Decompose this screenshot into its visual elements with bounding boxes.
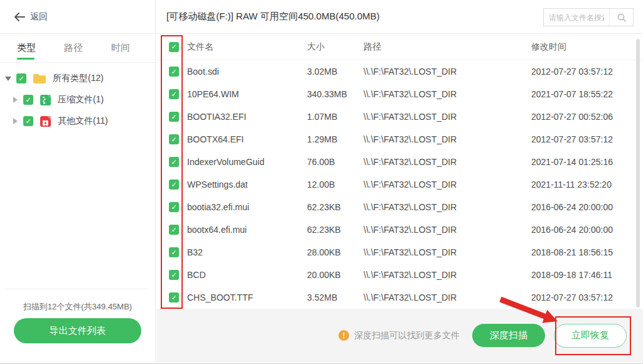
column-header-path[interactable]: 路径	[364, 41, 381, 53]
deep-scan-button[interactable]: 深度扫描	[472, 324, 545, 347]
search-box	[543, 8, 634, 26]
tab-path[interactable]: 路径	[64, 34, 83, 62]
row-checkbox[interactable]: ✓	[169, 112, 179, 122]
row-modified: 2016-06-24 20:00:00	[531, 225, 613, 235]
row-size: 62.23KB	[307, 225, 341, 235]
row-checkbox[interactable]: ✓	[169, 225, 179, 235]
row-modified: 2021-07-07 18:55:22	[531, 89, 613, 99]
table-row[interactable]: ✓ B32 28.00KB \\.\F:\FAT32\.LOST_DIR 201…	[156, 241, 643, 264]
table-row[interactable]: ✓ bootia32.efi.mui 62.23KB \\.\F:\FAT32\…	[156, 196, 643, 218]
search-button[interactable]	[609, 9, 633, 26]
row-path: \\.\F:\FAT32\.LOST_DIR	[364, 179, 457, 190]
row-path: \\.\F:\FAT32\.LOST_DIR	[364, 112, 457, 122]
back-label: 返回	[30, 11, 48, 23]
tab-time[interactable]: 时间	[111, 34, 130, 62]
table-row[interactable]: ✓ BOOTIA32.EFI 1.07MB \\.\F:\FAT32\.LOST…	[156, 105, 643, 128]
tree-checkbox[interactable]: ✓	[16, 73, 26, 83]
row-checkbox[interactable]: ✓	[169, 270, 179, 280]
row-checkbox[interactable]: ✓	[169, 179, 179, 190]
row-modified: 2012-07-27 03:57:12	[531, 67, 613, 77]
row-size: 20.00KB	[307, 270, 341, 280]
column-header-modified[interactable]: 修改时间	[531, 41, 566, 53]
row-checkbox[interactable]: ✓	[169, 157, 179, 167]
column-header-size[interactable]: 大小	[307, 41, 325, 53]
row-size: 76.00B	[307, 157, 335, 167]
row-filename: bootia32.efi.mui	[187, 202, 249, 212]
table-row[interactable]: ✓ 10PE64.WIM 340.33MB \\.\F:\FAT32\.LOST…	[156, 83, 643, 105]
row-checkbox[interactable]: ✓	[169, 134, 179, 144]
row-path: \\.\F:\FAT32\.LOST_DIR	[364, 292, 457, 302]
row-size: 28.00KB	[307, 247, 341, 257]
table-row[interactable]: ✓ WPSettings.dat 12.00B \\.\F:\FAT32\.LO…	[156, 173, 643, 196]
recover-now-button[interactable]: 立即恢复	[554, 324, 627, 348]
row-path: \\.\F:\FAT32\.LOST_DIR	[364, 225, 457, 235]
tree-checkbox[interactable]: ✓	[23, 95, 33, 105]
vertical-scrollbar[interactable]	[636, 39, 640, 308]
row-path: \\.\F:\FAT32\.LOST_DIR	[364, 157, 457, 167]
search-input[interactable]	[544, 9, 609, 26]
caret-down-icon[interactable]	[5, 77, 11, 81]
row-modified: 2018-09-18 17:46:11	[531, 270, 612, 280]
row-filename: BCD	[187, 270, 206, 280]
back-button[interactable]: 返回	[0, 0, 155, 34]
table-row[interactable]: ✓ IndexerVolumeGuid 76.00B \\.\F:\FAT32\…	[156, 151, 643, 173]
magnifier-icon	[617, 13, 627, 23]
other-file-icon	[40, 115, 51, 127]
row-filename: WPSettings.dat	[187, 179, 248, 190]
row-filename: Boot.sdi	[187, 67, 219, 77]
column-header-filename[interactable]: 文件名	[187, 41, 213, 53]
scan-summary: 扫描到12个文件(共349.45MB)	[0, 301, 155, 313]
row-size: 3.52MB	[307, 292, 337, 302]
row-path: \\.\F:\FAT32\.LOST_DIR	[364, 89, 457, 99]
app-window: 返回 类型 路径 时间 ✓ 所有类型(12) ✓ 压缩文件(1	[0, 0, 643, 364]
row-modified: 2021-11-11 23:52:20	[531, 179, 612, 190]
sidebar: 返回 类型 路径 时间 ✓ 所有类型(12) ✓ 压缩文件(1	[0, 0, 156, 363]
table-row[interactable]: ✓ BCD 20.00KB \\.\F:\FAT32\.LOST_DIR 201…	[156, 264, 643, 286]
drive-title: [可移动磁盘(F:)] RAW 可用空间450.0MB(450.0MB)	[166, 11, 380, 23]
row-modified: 2012-07-27 03:57:12	[531, 292, 613, 302]
row-path: \\.\F:\FAT32\.LOST_DIR	[364, 202, 457, 212]
row-checkbox[interactable]: ✓	[169, 247, 179, 257]
left-arrow-icon	[14, 13, 25, 21]
row-checkbox[interactable]: ✓	[169, 67, 179, 77]
bottom-action-bar: ! 深度扫描可以找到更多文件 深度扫描 立即恢复	[156, 309, 643, 362]
caret-right-icon[interactable]	[13, 118, 18, 124]
table-row[interactable]: ✓ BOOTX64.EFI 1.29MB \\.\F:\FAT32\.LOST_…	[156, 128, 643, 151]
row-path: \\.\F:\FAT32\.LOST_DIR	[364, 247, 457, 257]
table-row[interactable]: ✓ bootx64.efi.mui 62.23KB \\.\F:\FAT32\.…	[156, 218, 643, 241]
row-modified: 2016-06-24 20:00:00	[531, 202, 613, 212]
row-checkbox[interactable]: ✓	[169, 202, 179, 212]
row-modified: 2012-07-27 00:52:06	[531, 112, 613, 122]
row-path: \\.\F:\FAT32\.LOST_DIR	[364, 67, 457, 77]
row-checkbox[interactable]: ✓	[169, 89, 179, 99]
row-filename: bootx64.efi.mui	[187, 225, 247, 235]
archive-file-icon	[40, 94, 51, 106]
row-checkbox[interactable]: ✓	[169, 292, 179, 302]
row-filename: 10PE64.WIM	[187, 89, 239, 99]
tree-item-label: 压缩文件(1)	[58, 94, 104, 105]
sidebar-tab-bar: 类型 路径 时间	[0, 34, 155, 63]
row-size: 1.29MB	[307, 134, 337, 144]
sidebar-footer: 扫描到12个文件(共349.45MB) 导出文件列表	[0, 289, 155, 363]
tree-checkbox[interactable]: ✓	[23, 116, 33, 126]
export-file-list-button[interactable]: 导出文件列表	[14, 318, 141, 343]
tree-item-archive-files[interactable]: ✓ 压缩文件(1)	[0, 89, 155, 110]
select-all-checkbox[interactable]: ✓	[169, 42, 179, 52]
caret-right-icon[interactable]	[13, 97, 18, 103]
row-path: \\.\F:\FAT32\.LOST_DIR	[364, 270, 457, 280]
tree-item-other-files[interactable]: ✓ 其他文件(11)	[0, 110, 155, 132]
row-filename: BOOTIA32.EFI	[187, 112, 246, 122]
tree-item-all-types[interactable]: ✓ 所有类型(12)	[0, 68, 155, 89]
table-row[interactable]: ✓ CHS_BOOT.TTF 3.52MB \\.\F:\FAT32\.LOST…	[156, 286, 643, 309]
deep-scan-hint: 深度扫描可以找到更多文件	[354, 330, 460, 341]
row-size: 3.02MB	[307, 67, 337, 77]
table-header: ✓ 文件名 大小 路径 修改时间	[156, 34, 643, 60]
row-size: 62.23KB	[307, 202, 341, 212]
tab-type[interactable]: 类型	[17, 34, 36, 62]
row-modified: 2012-07-27 03:57:12	[531, 134, 613, 144]
table-row[interactable]: ✓ Boot.sdi 3.02MB \\.\F:\FAT32\.LOST_DIR…	[156, 60, 643, 83]
row-filename: IndexerVolumeGuid	[187, 157, 264, 167]
folder-icon	[33, 73, 46, 84]
row-filename: B32	[187, 247, 203, 257]
row-modified: 2018-08-21 18:56:15	[531, 247, 613, 257]
